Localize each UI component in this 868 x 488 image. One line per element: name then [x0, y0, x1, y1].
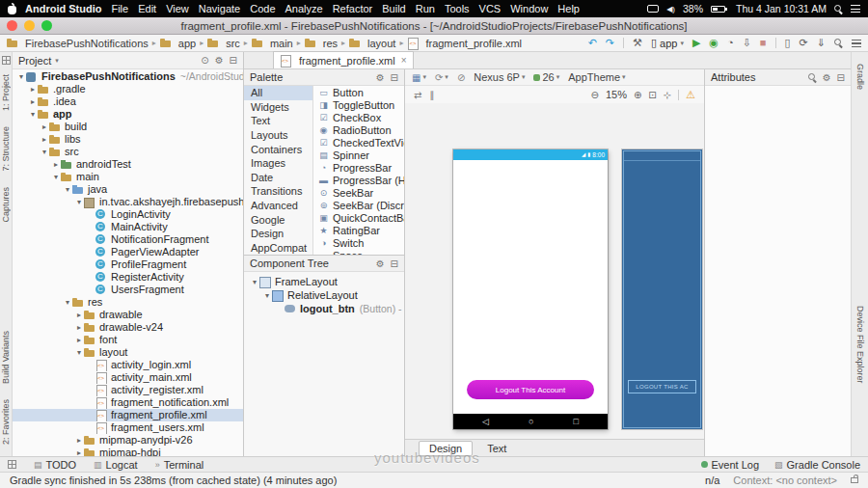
palette-widget-spinner[interactable]: ▤Spinner — [313, 149, 404, 161]
project-tree-item-firebasepushnotifications[interactable]: ▾FirebasePushNotifications~/AndroidStudi… — [13, 70, 243, 83]
toolbar-menu-icon[interactable] — [852, 40, 861, 47]
project-tree-item-pagerviewadapter[interactable]: PagerViewAdapter — [13, 246, 243, 258]
menu-item-file[interactable]: File — [106, 3, 133, 14]
project-tree-item-font[interactable]: ▸font — [13, 334, 243, 346]
tool-window-button-terminal[interactable]: »Terminal — [155, 459, 204, 471]
chevron-right-icon[interactable]: ▸ — [51, 158, 61, 171]
breadcrumb-src[interactable]: src — [207, 38, 240, 49]
project-tree-item-mipmap-hdpi[interactable]: ▸mipmap-hdpi — [13, 447, 243, 456]
chevron-down-icon[interactable]: ▾ — [74, 196, 84, 208]
component-logout-btn[interactable]: logout_btn(Button) - — [244, 302, 404, 315]
blueprint-view[interactable]: LOGOUT THIS AC — [622, 149, 702, 429]
project-tree-item-main[interactable]: ▾main — [13, 171, 243, 183]
component-framelayout[interactable]: ▾FrameLayout — [244, 275, 404, 288]
breadcrumb-app[interactable]: app — [160, 38, 196, 49]
project-tree-item-build[interactable]: ▸build — [13, 121, 243, 133]
design-preview-phone[interactable]: ◢ ▮ 8:00 Logout This Account ◁ ○ □ — [453, 149, 608, 429]
chevron-down-icon[interactable]: ▾ — [40, 146, 49, 158]
palette-category-containers[interactable]: Containers — [244, 143, 312, 157]
project-tree-item-java[interactable]: ▾java — [13, 183, 243, 196]
breadcrumb-firebasepushnotifications[interactable]: FirebasePushNotifications — [7, 38, 149, 49]
component-relativelayout[interactable]: ▾RelativeLayout — [244, 288, 404, 302]
chevron-down-icon[interactable]: ▾ — [262, 291, 272, 300]
chevron-right-icon[interactable]: ▸ — [40, 121, 49, 133]
palette-category-layouts[interactable]: Layouts — [244, 128, 312, 143]
palette-widget-seekbar-discret[interactable]: ⊚SeekBar (Discret — [313, 199, 404, 211]
palette-widget-progressbar-hor[interactable]: ▬ProgressBar (Hor — [313, 174, 404, 186]
sync-project-icon[interactable]: ⟳ — [800, 38, 808, 48]
project-tree-item-mainactivity[interactable]: MainActivity — [13, 221, 243, 233]
zoom-in-icon[interactable]: ⊕ — [634, 90, 641, 100]
editor-tab-fragment-profile[interactable]: fragment_profile.xml × — [273, 51, 414, 68]
api-selector[interactable]: 26 ▾ — [533, 71, 559, 83]
zoom-window-button[interactable] — [41, 20, 52, 31]
avd-manager-icon[interactable]: ▯ — [785, 38, 791, 48]
profiler-button[interactable]: ◔ — [727, 38, 734, 48]
close-window-button[interactable] — [7, 20, 17, 31]
project-tree-item-activity-register-xml[interactable]: activity_register.xml — [13, 384, 243, 396]
collapse-panel-icon[interactable]: ⊟ — [230, 55, 237, 66]
apple-menu-icon[interactable] — [8, 4, 17, 14]
spotlight-search-icon[interactable] — [834, 5, 843, 14]
menu-item-code[interactable]: Code — [245, 3, 280, 14]
locate-file-icon[interactable]: ⊙ — [201, 55, 208, 66]
gear-icon[interactable]: ⚙ — [376, 72, 385, 83]
project-tree-item-fragment-notification-xml[interactable]: fragment_notification.xml — [13, 396, 243, 409]
search-everywhere-icon[interactable] — [834, 39, 843, 47]
breadcrumb-res[interactable]: res — [305, 38, 338, 49]
palette-widget-button[interactable]: ▭Button — [313, 86, 404, 98]
debug-button[interactable]: ◉ — [709, 38, 719, 48]
project-tree-item-app[interactable]: ▾app — [13, 108, 243, 121]
menu-item-window[interactable]: Window — [505, 3, 553, 14]
chevron-down-icon[interactable]: ▾ — [63, 296, 72, 309]
chevron-right-icon[interactable]: ▸ — [40, 133, 49, 146]
tool-window-button-logcat[interactable]: ▥Logcat — [94, 459, 138, 471]
project-tree-item-androidtest[interactable]: ▸androidTest — [13, 158, 243, 171]
menu-item-build[interactable]: Build — [377, 3, 410, 14]
chevron-down-icon[interactable]: ▾ — [250, 278, 259, 286]
project-tree-item-registeractivity[interactable]: RegisterActivity — [13, 271, 243, 284]
palette-widget-seekbar[interactable]: ⊙SeekBar — [313, 186, 404, 199]
gear-icon[interactable]: ⚙ — [376, 258, 385, 269]
project-tree-item-drawable[interactable]: ▸drawable — [13, 309, 243, 321]
project-tree-item-usersfragment[interactable]: UsersFragment — [13, 284, 243, 296]
palette-widget-ratingbar[interactable]: ★RatingBar — [313, 224, 404, 236]
project-tree-item-fragment-users-xml[interactable]: fragment_users.xml — [13, 421, 243, 434]
tool-window-switcher-icon[interactable] — [2, 56, 11, 65]
attach-debugger-button[interactable]: ⇩ — [743, 38, 751, 48]
tool-window-button-2-favorites[interactable]: 2: Favorites — [1, 399, 11, 445]
palette-widget-radiobutton[interactable]: ◉RadioButton — [313, 123, 404, 136]
project-tree-item-idea[interactable]: ▸.idea — [13, 95, 243, 108]
device-selector[interactable]: Nexus 6P ▾ — [474, 71, 525, 83]
project-tree-item-fragment-profile-xml[interactable]: fragment_profile.xml — [13, 409, 243, 421]
palette-category-design[interactable]: Design — [244, 227, 312, 241]
project-tree-item-notificationfragment[interactable]: NotificationFragment — [13, 233, 243, 246]
project-tree-item-gradle[interactable]: ▸.gradle — [13, 83, 243, 95]
swap-views-icon[interactable]: ⇄ — [414, 90, 421, 100]
menu-clock[interactable]: Thu 4 Jan 10:31 AM — [736, 3, 827, 14]
run-config-selector[interactable]: ▯ app ▾ — [651, 38, 684, 49]
redo-icon[interactable]: ↷ — [606, 38, 614, 48]
project-tree-item-activity-login-xml[interactable]: activity_login.xml — [13, 359, 243, 371]
collapse-panel-icon[interactable]: ⊟ — [391, 258, 398, 269]
chevron-right-icon[interactable]: ▸ — [74, 447, 84, 456]
tab-text[interactable]: Text — [477, 442, 516, 455]
palette-category-date[interactable]: Date — [244, 171, 312, 185]
palette-widget-checkbox[interactable]: ☑CheckBox — [313, 111, 404, 123]
menu-item-edit[interactable]: Edit — [133, 3, 161, 14]
project-tree-item-libs[interactable]: ▸libs — [13, 133, 243, 146]
palette-category-all[interactable]: All — [244, 86, 312, 100]
collapse-panel-icon[interactable]: ⊟ — [837, 72, 845, 83]
menu-item-navigate[interactable]: Navigate — [194, 3, 245, 14]
project-tree-item-activity-main-xml[interactable]: activity_main.xml — [13, 371, 243, 384]
undo-icon[interactable]: ↶ — [588, 38, 597, 48]
breadcrumb-fragment-profile-xml[interactable]: fragment_profile.xml — [407, 38, 522, 49]
sdk-manager-icon[interactable]: ⇓ — [817, 38, 826, 48]
palette-widget-switch[interactable]: ◑Switch — [313, 236, 404, 249]
menu-item-vcs[interactable]: VCS — [475, 3, 506, 14]
palette-category-text[interactable]: Text — [244, 114, 312, 128]
theme-selector[interactable]: AppTheme ▾ — [568, 71, 625, 83]
palette-category-google[interactable]: Google — [244, 213, 312, 228]
palette-category-widgets[interactable]: Widgets — [244, 100, 312, 115]
menu-item-analyze[interactable]: Analyze — [281, 3, 328, 14]
